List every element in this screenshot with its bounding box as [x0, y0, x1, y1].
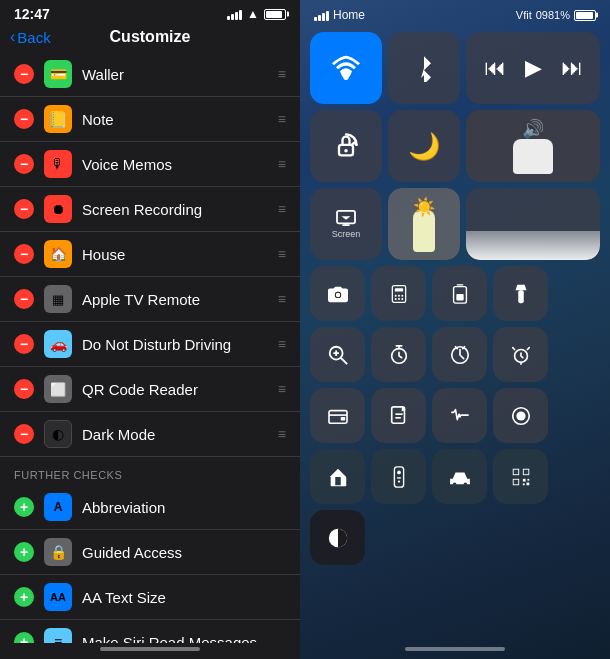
- zoom-icon: [327, 344, 349, 366]
- drag-handle-icon[interactable]: ≡: [278, 291, 286, 307]
- list-item[interactable]: + A Abbreviation: [0, 485, 300, 530]
- wifi-button[interactable]: [310, 32, 382, 104]
- drag-handle-icon[interactable]: ≡: [278, 426, 286, 442]
- control-row-8: [310, 510, 600, 565]
- list-item[interactable]: − 🎙 Voice Memos ≡: [0, 142, 300, 187]
- remove-button[interactable]: −: [14, 109, 34, 129]
- control-grid: ⏮ ▶ ⏭ 🌙: [300, 26, 610, 643]
- svg-point-30: [516, 411, 525, 420]
- soundboard-button[interactable]: [432, 388, 487, 443]
- remove-button[interactable]: −: [14, 244, 34, 264]
- add-button[interactable]: +: [14, 497, 34, 517]
- wallet-button[interactable]: [310, 388, 365, 443]
- volume-control[interactable]: 🔊: [466, 110, 600, 182]
- drag-handle-icon[interactable]: ≡: [278, 111, 286, 127]
- remove-button[interactable]: −: [14, 424, 34, 444]
- list-item[interactable]: − 🚗 Do Not Disturb Driving ≡: [0, 322, 300, 367]
- screen-record-button[interactable]: [493, 388, 548, 443]
- remove-button[interactable]: −: [14, 199, 34, 219]
- remove-button[interactable]: −: [14, 64, 34, 84]
- countdown-button[interactable]: [432, 327, 487, 382]
- list-item[interactable]: + ≡ Make Siri Read Messages: [0, 620, 300, 643]
- screen-mirror-button[interactable]: Screen: [310, 188, 382, 260]
- item-label: House: [82, 246, 270, 263]
- list-item[interactable]: − ⬜ QR Code Reader ≡: [0, 367, 300, 412]
- item-icon: ▦: [44, 285, 72, 313]
- status-bar-left: 12:47 ▲: [0, 0, 300, 24]
- add-button[interactable]: +: [14, 632, 34, 643]
- svg-point-0: [343, 75, 348, 80]
- battery-icon: [264, 9, 286, 20]
- carplay-button[interactable]: [432, 449, 487, 504]
- drag-handle-icon[interactable]: ≡: [278, 336, 286, 352]
- drag-handle-icon[interactable]: ≡: [278, 156, 286, 172]
- home-icon: [327, 466, 349, 488]
- right-panel: Home Vfit 0981%: [300, 0, 610, 659]
- zoom-button[interactable]: [310, 327, 365, 382]
- list-item[interactable]: − ◐ Dark Mode ≡: [0, 412, 300, 457]
- svg-rect-16: [518, 290, 524, 303]
- item-icon: A: [44, 493, 72, 521]
- svg-rect-40: [513, 479, 518, 484]
- list-item[interactable]: − 💳 Waller ≡: [0, 52, 300, 97]
- drag-handle-icon[interactable]: ≡: [278, 381, 286, 397]
- alarm-icon: [510, 344, 532, 366]
- remove-button[interactable]: −: [14, 289, 34, 309]
- battery-icon-right: [574, 10, 596, 21]
- remove-button[interactable]: −: [14, 379, 34, 399]
- notes-button[interactable]: [371, 388, 426, 443]
- add-button[interactable]: +: [14, 587, 34, 607]
- control-row-2: 🌙 🔊: [310, 110, 600, 182]
- time-display: 12:47: [14, 6, 50, 22]
- timer-button[interactable]: [371, 327, 426, 382]
- customize-list: − 💳 Waller ≡ − 📒 Note ≡ − 🎙 Voice Memos …: [0, 52, 300, 643]
- alarm-button[interactable]: [493, 327, 548, 382]
- item-icon: 🔒: [44, 538, 72, 566]
- add-button[interactable]: +: [14, 542, 34, 562]
- svg-rect-43: [522, 478, 525, 481]
- signal-icon: [227, 9, 242, 20]
- qr-button[interactable]: [493, 449, 548, 504]
- item-label: Note: [82, 111, 270, 128]
- drag-handle-icon[interactable]: ≡: [278, 246, 286, 262]
- list-item[interactable]: + 🔒 Guided Access: [0, 530, 300, 575]
- dark-mode-button[interactable]: [310, 510, 365, 565]
- drag-handle-icon[interactable]: ≡: [278, 201, 286, 217]
- item-label: Screen Recording: [82, 201, 270, 218]
- dark-mode-icon: [327, 527, 349, 549]
- do-not-disturb-button[interactable]: 🌙: [388, 110, 460, 182]
- list-item[interactable]: − 📒 Note ≡: [0, 97, 300, 142]
- media-play-button[interactable]: ▶: [525, 55, 542, 81]
- list-item[interactable]: − ▦ Apple TV Remote ≡: [0, 277, 300, 322]
- remove-button[interactable]: −: [14, 334, 34, 354]
- list-item[interactable]: − ⏺ Screen Recording ≡: [0, 187, 300, 232]
- battery-button[interactable]: [432, 266, 487, 321]
- timer-icon: [388, 344, 410, 366]
- remove-button[interactable]: −: [14, 154, 34, 174]
- remote-button[interactable]: [371, 449, 426, 504]
- drag-handle-icon[interactable]: ≡: [278, 66, 286, 82]
- control-row-4: [310, 266, 600, 321]
- home-button[interactable]: [310, 449, 365, 504]
- item-label: Apple TV Remote: [82, 291, 270, 308]
- wallet-icon: [327, 407, 349, 425]
- calculator-button[interactable]: [371, 266, 426, 321]
- bluetooth-button[interactable]: [388, 32, 460, 104]
- media-rewind-button[interactable]: ⏮: [484, 55, 506, 81]
- item-icon: ⏺: [44, 195, 72, 223]
- item-icon: 🚗: [44, 330, 72, 358]
- back-chevron-icon: ‹: [10, 28, 15, 46]
- list-item[interactable]: + AA AA Text Size: [0, 575, 300, 620]
- back-button[interactable]: ‹ Back: [10, 28, 51, 46]
- volume-slider[interactable]: [466, 188, 600, 260]
- media-forward-button[interactable]: ⏭: [561, 55, 583, 81]
- screen-mirror-label: Screen: [332, 229, 361, 239]
- rotation-lock-button[interactable]: [310, 110, 382, 182]
- svg-point-34: [397, 480, 399, 482]
- brightness-control[interactable]: ☀️: [388, 188, 460, 260]
- list-item[interactable]: − 🏠 House ≡: [0, 232, 300, 277]
- battery-status-icon: [450, 283, 470, 305]
- flashlight-button[interactable]: [493, 266, 548, 321]
- camera-button[interactable]: [310, 266, 365, 321]
- item-label: Voice Memos: [82, 156, 270, 173]
